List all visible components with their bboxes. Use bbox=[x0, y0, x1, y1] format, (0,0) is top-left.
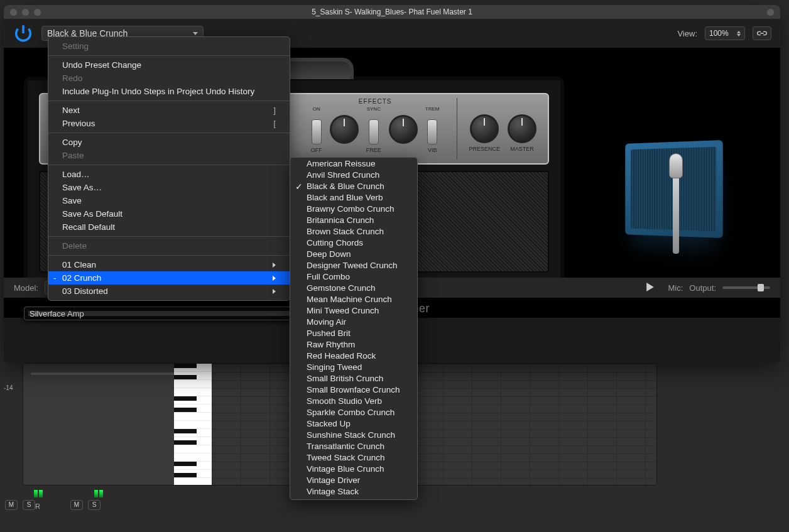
preset-item[interactable]: Small British Crunch bbox=[290, 372, 417, 384]
chevron-right-icon bbox=[273, 263, 276, 268]
preset-item[interactable]: Gemstone Crunch bbox=[290, 282, 417, 293]
output-label: Output: bbox=[689, 283, 716, 293]
zoom-value: 100% bbox=[709, 29, 729, 38]
menu-include-undo[interactable]: Include Plug-In Undo Steps in Project Un… bbox=[48, 85, 290, 98]
menu-save[interactable]: Save bbox=[48, 194, 290, 207]
view-label: View: bbox=[677, 29, 697, 38]
menu-cat-clean[interactable]: 01 Clean bbox=[48, 258, 290, 271]
meter-area: -14 bbox=[4, 384, 18, 485]
off-label: OFF bbox=[311, 147, 322, 153]
zoom-dropdown[interactable]: 100% bbox=[705, 26, 745, 40]
effects-knob-1[interactable] bbox=[330, 115, 359, 144]
chevron-down-icon bbox=[193, 32, 198, 35]
master-label: MASTER bbox=[510, 146, 534, 152]
sync-label: SYNC bbox=[367, 106, 381, 112]
menu-undo-preset[interactable]: Undo Preset Change bbox=[48, 58, 290, 72]
solo-button[interactable]: S bbox=[23, 500, 35, 510]
minimize-window-icon[interactable] bbox=[22, 9, 29, 16]
preset-context-menu[interactable]: Setting Undo Preset Change Redo Include … bbox=[48, 36, 290, 301]
presence-label: PRESENCE bbox=[469, 146, 500, 152]
preset-item[interactable]: Raw Rhythm bbox=[290, 339, 417, 350]
menu-previous[interactable]: Previous[ bbox=[48, 117, 290, 130]
chevron-right-icon bbox=[273, 276, 276, 281]
amp-value: Silverface Amp bbox=[30, 309, 84, 318]
piano-keys[interactable] bbox=[174, 364, 212, 485]
close-window-icon[interactable] bbox=[10, 9, 17, 16]
menu-cat-distorted[interactable]: 03 Distorted bbox=[48, 285, 290, 298]
menu-save-as[interactable]: Save As… bbox=[48, 181, 290, 194]
preset-item[interactable]: Mini Tweed Crunch bbox=[290, 305, 417, 316]
preset-item[interactable]: Transatlantic Crunch bbox=[290, 440, 417, 452]
preset-item[interactable]: Black & Blue Crunch✓ bbox=[290, 180, 417, 192]
preset-item[interactable]: Brown Stack Crunch bbox=[290, 225, 417, 237]
preset-item[interactable]: Vintage Blue Crunch bbox=[290, 463, 417, 474]
db-label: -14 bbox=[4, 384, 18, 391]
mute-button-2[interactable]: M bbox=[70, 500, 83, 510]
microphone[interactable] bbox=[669, 153, 683, 254]
zoom-window-icon[interactable] bbox=[34, 9, 41, 16]
preset-item[interactable]: Vintage Driver bbox=[290, 474, 417, 486]
preset-item[interactable]: Sparkle Combo Crunch bbox=[290, 406, 417, 418]
output-slider[interactable] bbox=[722, 286, 770, 289]
play-icon[interactable] bbox=[646, 283, 655, 293]
menu-load[interactable]: Load… bbox=[48, 168, 290, 181]
window-titlebar[interactable]: 5_Saskin S- Walking_Blues- Phat Fuel Mas… bbox=[4, 5, 780, 19]
preset-item[interactable]: Moving Air bbox=[290, 316, 417, 327]
check-icon: ✓ bbox=[295, 182, 303, 192]
preset-item[interactable]: Anvil Shred Crunch bbox=[290, 169, 417, 180]
preset-item[interactable]: Deep Down bbox=[290, 248, 417, 259]
preset-item[interactable]: American Reissue bbox=[290, 158, 417, 169]
on-label: ON bbox=[313, 106, 320, 112]
preset-item[interactable]: Singing Tweed bbox=[290, 361, 417, 372]
amp-dropdown[interactable]: Silverface Amp bbox=[24, 307, 300, 320]
menu-next[interactable]: Next] bbox=[48, 104, 290, 117]
effects-on-off-switch[interactable] bbox=[312, 119, 322, 144]
chevron-right-icon bbox=[273, 289, 276, 294]
menu-save-default[interactable]: Save As Default bbox=[48, 207, 290, 220]
menu-delete: Delete bbox=[48, 239, 290, 252]
preset-item[interactable]: Pushed Brit bbox=[290, 327, 417, 339]
effects-section-label: EFFECTS bbox=[359, 98, 392, 105]
preset-item[interactable]: Small Brownface Crunch bbox=[290, 384, 417, 395]
master-knob[interactable] bbox=[508, 114, 536, 143]
preset-item[interactable]: Sunshine Stack Crunch bbox=[290, 429, 417, 440]
level-meter-r-2 bbox=[99, 490, 103, 497]
preset-item[interactable]: Britannica Crunch bbox=[290, 214, 417, 225]
preset-item[interactable]: Smooth Studio Verb bbox=[290, 395, 417, 406]
menu-paste: Paste bbox=[48, 149, 290, 162]
preset-item[interactable]: Full Combo bbox=[290, 271, 417, 282]
vib-label: VIB bbox=[428, 147, 437, 153]
solo-button-2[interactable]: S bbox=[88, 500, 101, 510]
level-meter-l bbox=[34, 490, 38, 497]
preset-item[interactable]: Vintage Stack bbox=[290, 486, 417, 497]
mute-button[interactable]: M bbox=[5, 500, 18, 510]
preset-item[interactable]: Black and Blue Verb bbox=[290, 192, 417, 203]
preset-item[interactable]: Cutting Chords bbox=[290, 237, 417, 248]
trem-vib-switch[interactable] bbox=[427, 119, 437, 144]
mic-label: Mic: bbox=[668, 283, 683, 293]
note-grid[interactable] bbox=[212, 364, 656, 485]
menu-recall-default[interactable]: Recall Default bbox=[48, 220, 290, 234]
menu-cat-crunch[interactable]: -02 Crunch bbox=[48, 271, 290, 285]
window-title: 5_Saskin S- Walking_Blues- Phat Fuel Mas… bbox=[4, 8, 780, 16]
effects-knob-2[interactable] bbox=[389, 115, 418, 144]
preset-item[interactable]: Stacked Up bbox=[290, 418, 417, 429]
model-label: Model: bbox=[14, 283, 38, 293]
preset-item[interactable]: Designer Tweed Crunch bbox=[290, 259, 417, 271]
preset-item[interactable]: Red Headed Rock bbox=[290, 350, 417, 361]
power-icon[interactable] bbox=[13, 23, 34, 44]
sync-free-switch[interactable] bbox=[369, 119, 379, 144]
menu-setting: Setting bbox=[48, 40, 290, 53]
presence-knob[interactable] bbox=[470, 114, 499, 143]
free-label: FREE bbox=[366, 147, 381, 153]
trem-label: TREM bbox=[425, 106, 440, 112]
crunch-preset-submenu[interactable]: American ReissueAnvil Shred CrunchBlack … bbox=[290, 157, 418, 500]
preset-item[interactable]: Brawny Combo Crunch bbox=[290, 203, 417, 214]
preset-item[interactable]: Mean Machine Crunch bbox=[290, 293, 417, 305]
link-button[interactable] bbox=[753, 26, 771, 40]
level-meter-l-2 bbox=[94, 490, 98, 497]
menu-copy[interactable]: Copy bbox=[48, 136, 290, 149]
preset-item[interactable]: Tweed Stack Crunch bbox=[290, 452, 417, 463]
window-menu-icon[interactable] bbox=[767, 9, 774, 16]
menu-redo: Redo bbox=[48, 72, 290, 85]
